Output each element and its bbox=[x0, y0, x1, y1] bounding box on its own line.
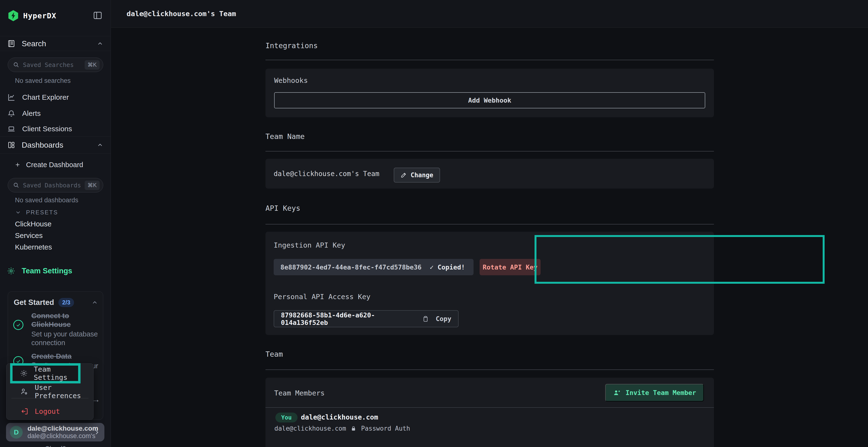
progress-badge: 2/3 bbox=[58, 298, 74, 307]
sidebar-item-label: Alerts bbox=[22, 109, 41, 117]
sidebar-item-alerts[interactable]: Alerts bbox=[0, 107, 111, 120]
sidebar-team-settings-link[interactable]: Team Settings bbox=[7, 265, 72, 277]
personal-api-key-chip[interactable]: 87982668-58b1-4d6e-a620-014a136f52eb Cop… bbox=[274, 310, 459, 327]
chevron-up-icon[interactable] bbox=[91, 299, 98, 306]
presets-toggle[interactable]: PRESETS bbox=[15, 208, 58, 217]
journal-search-icon bbox=[7, 39, 16, 48]
get-started-title: Get Started bbox=[14, 298, 54, 307]
team-name-card: dale@clickhouse.com's Team Change bbox=[266, 159, 714, 188]
team-name-value: dale@clickhouse.com's Team bbox=[274, 170, 379, 178]
avatar: D bbox=[10, 426, 23, 439]
lock-icon bbox=[350, 425, 356, 432]
shortcut-badge: ⌘K bbox=[85, 181, 100, 190]
ingestion-api-key-value: 8e887902-4ed7-44ea-8fec-f47cd578be36 bbox=[280, 264, 422, 271]
chevron-right-icon bbox=[93, 429, 100, 436]
section-title-api-keys: API Keys bbox=[266, 204, 301, 212]
sidebar-item-label: Client Sessions bbox=[22, 125, 72, 133]
create-dashboard-label: Create Dashboard bbox=[26, 161, 83, 169]
section-divider bbox=[266, 370, 714, 370]
sidebar-section-search[interactable]: Search bbox=[0, 36, 111, 51]
chevron-down-icon bbox=[15, 209, 21, 215]
search-icon bbox=[13, 182, 20, 188]
person-plus-icon bbox=[613, 389, 621, 397]
logout-label: Logout bbox=[35, 407, 60, 415]
profile-name: dale@clickhouse.com bbox=[28, 424, 89, 432]
you-badge: You bbox=[275, 413, 298, 422]
gear-icon bbox=[20, 369, 28, 377]
user-preferences-label: User Preferences bbox=[35, 383, 93, 400]
logout-icon bbox=[20, 407, 28, 415]
main-content: dale@clickhouse.com's Team Integrations … bbox=[111, 0, 868, 447]
rotate-api-key-button[interactable]: Rotate API Key bbox=[479, 259, 540, 275]
menu-team-settings-label: Team Settings bbox=[34, 365, 78, 381]
section-title-team: Team bbox=[266, 350, 283, 358]
hyperdx-logo-icon bbox=[8, 10, 19, 22]
sidebar-collapse-icon[interactable] bbox=[93, 10, 102, 20]
saved-searches-input[interactable]: ⌘K bbox=[8, 58, 103, 72]
no-saved-searches-text: No saved searches bbox=[15, 77, 71, 84]
sidebar-item-client-sessions[interactable]: Client Sessions bbox=[0, 122, 111, 136]
chevron-up-icon[interactable] bbox=[97, 40, 103, 47]
personal-api-key-label: Personal API Access Key bbox=[274, 293, 371, 301]
sidebar-section-dashboards[interactable]: Dashboards bbox=[0, 136, 111, 153]
preset-item-clickhouse[interactable]: ClickHouse bbox=[15, 218, 52, 230]
copy-button[interactable]: Copy bbox=[436, 315, 452, 322]
menu-item-team-settings[interactable]: Team Settings bbox=[12, 366, 78, 381]
get-started-item-title[interactable]: Connect to ClickHouse bbox=[31, 311, 99, 329]
personal-api-key-value: 87982668-58b1-4d6e-a620-014a136f52eb bbox=[281, 311, 415, 326]
profile-subtitle: dale@clickhouse.com's bbox=[28, 432, 89, 440]
saved-dashboards-field[interactable] bbox=[23, 182, 81, 189]
saved-searches-field[interactable] bbox=[23, 61, 81, 68]
invite-label: Invite Team Member bbox=[625, 389, 696, 397]
webhooks-card: Webhooks Add Webhook bbox=[266, 69, 714, 117]
shortcut-badge: ⌘K bbox=[85, 60, 100, 70]
user-profile-button[interactable]: D dale@clickhouse.com dale@clickhouse.co… bbox=[6, 423, 104, 442]
app-window: HyperDX Search ⌘K No saved searches bbox=[0, 0, 868, 447]
saved-dashboards-input[interactable]: ⌘K bbox=[8, 178, 103, 193]
add-webhook-button[interactable]: Add Webhook bbox=[274, 92, 705, 108]
api-keys-card: Ingestion API Key 8e887902-4ed7-44ea-8fe… bbox=[266, 232, 714, 335]
clipboard-icon bbox=[422, 315, 429, 322]
check-circle-icon bbox=[13, 320, 23, 330]
ingestion-api-key-chip[interactable]: 8e887902-4ed7-44ea-8fec-f47cd578be36 ✓ C… bbox=[274, 259, 473, 275]
presets-label: PRESETS bbox=[26, 209, 58, 216]
preset-item-services[interactable]: Services bbox=[15, 230, 43, 241]
footer-partial-text: Cloud9 bbox=[29, 445, 82, 447]
sidebar-item-label: Chart Explorer bbox=[22, 93, 69, 101]
chevron-up-icon[interactable] bbox=[97, 142, 103, 148]
invite-team-member-button[interactable]: Invite Team Member bbox=[605, 384, 704, 402]
menu-item-logout[interactable]: Logout bbox=[20, 405, 60, 418]
ingestion-api-key-label: Ingestion API Key bbox=[274, 241, 345, 249]
change-label: Change bbox=[411, 171, 433, 179]
section-divider bbox=[266, 60, 714, 60]
laptop-icon bbox=[7, 125, 16, 133]
webhooks-heading: Webhooks bbox=[274, 76, 308, 84]
no-saved-dashboards-text: No saved dashboards bbox=[15, 197, 79, 204]
search-icon bbox=[13, 61, 20, 68]
user-gear-icon bbox=[20, 387, 28, 396]
sidebar-dashboards-label: Dashboards bbox=[22, 141, 63, 149]
sidebar: HyperDX Search ⌘K No saved searches bbox=[0, 0, 111, 447]
highlight-box-team-settings: Team Settings bbox=[10, 363, 81, 383]
section-title-team-name: Team Name bbox=[266, 132, 305, 141]
change-team-name-button[interactable]: Change bbox=[394, 168, 440, 182]
chart-icon bbox=[7, 93, 16, 101]
preset-item-kubernetes[interactable]: Kubernetes bbox=[15, 241, 52, 253]
logo[interactable]: HyperDX bbox=[8, 10, 56, 22]
pencil-icon bbox=[401, 172, 407, 178]
team-members-heading: Team Members bbox=[274, 389, 325, 397]
menu-item-user-preferences[interactable]: User Preferences bbox=[20, 385, 93, 398]
plus-icon bbox=[14, 162, 21, 168]
member-auth-method: Password Auth bbox=[361, 425, 410, 432]
app-name: HyperDX bbox=[23, 11, 56, 20]
member-row-divider bbox=[266, 407, 714, 408]
get-started-header[interactable]: Get Started 2/3 bbox=[14, 298, 98, 307]
get-started-item-desc: Set up your database connection bbox=[31, 330, 99, 347]
team-members-card: Team Members Invite Team Member You dale… bbox=[266, 378, 714, 447]
create-dashboard-button[interactable]: Create Dashboard bbox=[14, 159, 83, 171]
sidebar-search-label: Search bbox=[22, 39, 46, 48]
member-email: dale@clickhouse.com bbox=[274, 425, 346, 432]
sidebar-item-chart-explorer[interactable]: Chart Explorer bbox=[0, 91, 111, 104]
bell-icon bbox=[7, 109, 16, 117]
gear-icon bbox=[7, 267, 16, 275]
